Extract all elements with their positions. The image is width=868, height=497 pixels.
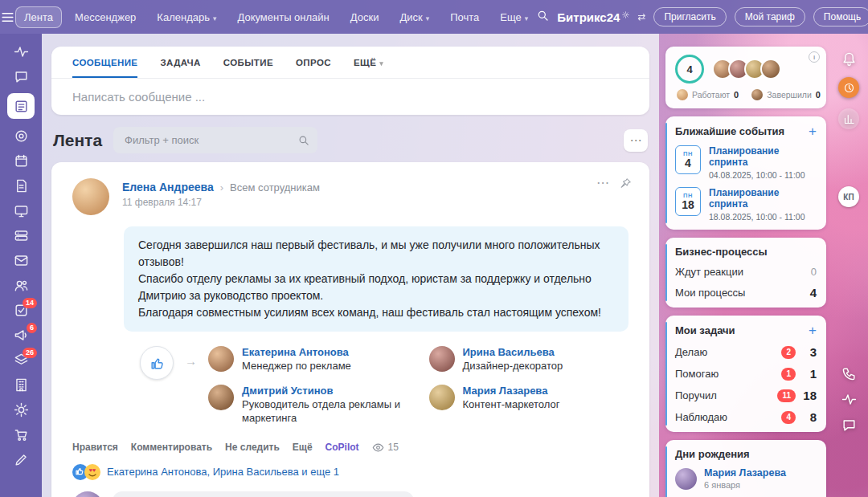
task-row[interactable]: Наблюдаю 4 8	[675, 410, 817, 424]
compose-input[interactable]	[51, 79, 649, 115]
done-group[interactable]: Завершили 0	[751, 89, 821, 100]
pulse-shortcut-icon[interactable]	[841, 392, 857, 407]
comment-author-avatar[interactable]	[72, 491, 103, 497]
help-button[interactable]: Помощь	[813, 7, 868, 26]
switch-icon[interactable]: ⇄	[637, 11, 645, 22]
avatar[interactable]	[208, 385, 234, 410]
notifications-bell-icon[interactable]	[841, 51, 857, 67]
timer-icon[interactable]	[838, 77, 859, 98]
video-icon[interactable]	[12, 202, 30, 218]
reaction-names[interactable]: Екатерина Антонова, Ирина Васильева и ещ…	[107, 466, 339, 478]
left-sidebar: 14 6 26	[0, 34, 42, 497]
post-author-avatar[interactable]	[72, 178, 109, 215]
pin-icon[interactable]	[620, 177, 632, 189]
compose-tab-more[interactable]: ЕЩЁ	[354, 47, 383, 78]
bp-value: 4	[810, 286, 817, 299]
chevron-right-icon: ›	[220, 181, 223, 194]
summary-count[interactable]: 4	[675, 55, 704, 84]
bp-row[interactable]: Мои процессы 4	[675, 286, 817, 299]
mail-icon[interactable]	[12, 252, 30, 268]
marketing-icon[interactable]: 6	[12, 327, 30, 343]
unfollow-action[interactable]: Не следить	[225, 442, 280, 453]
mention-name[interactable]: Ирина Васильева	[463, 346, 563, 358]
tasks-icon[interactable]: 14	[12, 302, 30, 318]
compose-tab-event[interactable]: СОБЫТИЕ	[223, 47, 273, 78]
filter-search-input[interactable]	[123, 133, 297, 147]
search-icon[interactable]	[536, 9, 549, 25]
brand-logo[interactable]: Битрикс24	[557, 10, 629, 24]
mention-name[interactable]: Мария Лазарева	[463, 385, 560, 397]
avatar[interactable]	[208, 346, 234, 372]
invite-button[interactable]: Пригласить	[653, 7, 726, 26]
sales-badge: 26	[23, 348, 37, 358]
top-tab-boards[interactable]: Доски	[342, 7, 387, 27]
top-tab-feed[interactable]: Лента	[15, 6, 62, 28]
event-item[interactable]: ПН 4 Планирование спринта 04.08.2025, 10…	[675, 145, 817, 180]
phone-icon[interactable]	[841, 366, 857, 381]
top-tab-docs-online[interactable]: Документы онлайн	[230, 7, 338, 27]
comment: Мария Лазарева 11 февраля 14:45 Класс! Б…	[72, 491, 628, 497]
compose-tab-message[interactable]: СООБЩЕНИЕ	[72, 47, 137, 78]
collapsed-chat-avatar[interactable]: КП	[838, 186, 859, 207]
summary-avatars[interactable]	[712, 59, 781, 79]
feed-more-button[interactable]	[624, 129, 648, 152]
event-item[interactable]: ПН 18 Планирование спринта 18.08.2025, 1…	[675, 187, 817, 222]
event-title[interactable]: Планирование спринта	[709, 187, 817, 210]
post-audience[interactable]: Всем сотрудникам	[230, 181, 320, 194]
avatar[interactable]	[429, 346, 455, 372]
chat-shortcut-icon[interactable]	[841, 418, 857, 433]
report-chart-icon[interactable]	[838, 108, 859, 129]
task-row[interactable]: Делаю 2 3	[675, 345, 817, 359]
comment-action[interactable]: Комментировать	[131, 442, 212, 453]
documents-icon[interactable]	[12, 177, 30, 194]
mention-item: Ирина Васильева Дизайнер-декоратор	[429, 346, 629, 373]
avatar[interactable]	[429, 385, 455, 410]
mention-name[interactable]: Екатерина Антонова	[242, 346, 351, 358]
top-tab-messenger[interactable]: Мессенджер	[67, 7, 144, 27]
task-row[interactable]: Поручил 11 18	[675, 389, 817, 402]
event-title[interactable]: Планирование спринта	[709, 145, 817, 168]
birthday-item[interactable]: Мария Лазарева 6 января	[675, 467, 817, 490]
compose-tab-poll[interactable]: ОПРОС	[296, 47, 331, 78]
sales-icon[interactable]: 26	[12, 352, 30, 368]
market-icon[interactable]	[12, 426, 30, 442]
comment-bubble: Мария Лазарева 11 февраля 14:45 Класс! Б…	[113, 491, 414, 497]
working-group[interactable]: Работают 0	[677, 89, 739, 100]
top-tab-more[interactable]: Еще	[492, 7, 536, 27]
compose-tab-task[interactable]: ЗАДАЧА	[160, 47, 200, 78]
reaction-chips[interactable]: ♥♥	[72, 464, 100, 480]
post-author-name[interactable]: Елена Андреева	[122, 181, 214, 194]
thumbs-up-icon[interactable]	[140, 346, 174, 380]
feed-icon[interactable]	[7, 93, 35, 119]
drive-icon[interactable]	[12, 227, 30, 243]
like-action[interactable]: Нравится	[72, 442, 118, 453]
top-tab-calendar[interactable]: Календарь	[149, 7, 224, 27]
sign-icon[interactable]	[12, 451, 30, 467]
pulse-icon[interactable]	[12, 43, 30, 59]
avatar	[751, 89, 763, 100]
filter-search	[113, 127, 317, 153]
add-task-button[interactable]	[809, 324, 817, 337]
calendar-icon[interactable]	[12, 153, 30, 169]
add-event-button[interactable]	[809, 124, 817, 138]
mention-name[interactable]: Дмитрий Устинов	[242, 385, 408, 397]
messenger-icon[interactable]	[12, 68, 30, 84]
bp-row[interactable]: Ждут реакции 0	[675, 266, 817, 278]
tasks-badge: 14	[23, 298, 37, 308]
company-icon[interactable]	[12, 377, 30, 393]
tariff-button[interactable]: Мой тариф	[735, 7, 805, 26]
crm-clients-icon[interactable]	[12, 277, 30, 293]
top-tab-drive[interactable]: Диск	[391, 7, 437, 27]
more-action[interactable]: Ещё	[293, 442, 313, 453]
post-more-button[interactable]	[596, 175, 609, 190]
task-row[interactable]: Помогаю 1 1	[675, 367, 817, 381]
copilot-action[interactable]: CoPilot	[326, 442, 359, 453]
calendar-date-chip: ПН 4	[675, 145, 701, 174]
target-icon[interactable]	[12, 128, 30, 144]
birthday-name[interactable]: Мария Лазарева	[704, 467, 786, 479]
top-tab-mail[interactable]: Почта	[442, 7, 487, 27]
automation-icon[interactable]	[12, 401, 30, 418]
task-badge: 4	[781, 411, 796, 424]
menu-icon[interactable]	[0, 10, 15, 25]
info-icon[interactable]: i	[809, 51, 820, 63]
